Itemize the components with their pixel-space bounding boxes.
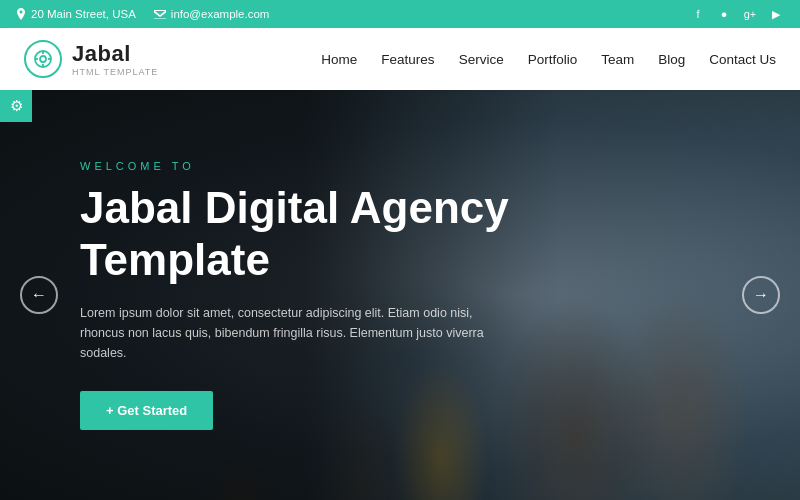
hero-section: WELCOME TO Jabal Digital Agency Template… bbox=[0, 90, 800, 500]
hero-title-line2: Template bbox=[80, 235, 270, 284]
logo-icon bbox=[24, 40, 62, 78]
google-plus-icon[interactable]: g+ bbox=[742, 6, 758, 22]
next-arrow-icon: → bbox=[753, 286, 769, 304]
nav-service[interactable]: Service bbox=[459, 52, 504, 67]
hero-description: Lorem ipsum dolor sit amet, consectetur … bbox=[80, 303, 500, 363]
facebook-icon[interactable]: f bbox=[690, 6, 706, 22]
logo-text: Jabal HTML Template bbox=[72, 41, 158, 77]
logo-name: Jabal bbox=[72, 41, 158, 67]
top-bar-right: f ● g+ ▶ bbox=[690, 6, 784, 22]
main-nav: Home Features Service Portfolio Team Blo… bbox=[321, 52, 776, 67]
youtube-icon[interactable]: ▶ bbox=[768, 6, 784, 22]
settings-button[interactable]: ⚙ bbox=[0, 90, 32, 122]
top-bar: 20 Main Street, USA info@example.com f ●… bbox=[0, 0, 800, 28]
hero-title: Jabal Digital Agency Template bbox=[80, 182, 560, 286]
settings-icon: ⚙ bbox=[10, 97, 23, 115]
email-item: info@example.com bbox=[154, 8, 270, 20]
top-bar-left: 20 Main Street, USA info@example.com bbox=[16, 8, 269, 20]
welcome-label: WELCOME TO bbox=[80, 160, 720, 172]
prev-arrow-icon: ← bbox=[31, 286, 47, 304]
next-arrow-button[interactable]: → bbox=[742, 276, 780, 314]
address-text: 20 Main Street, USA bbox=[31, 8, 136, 20]
address-item: 20 Main Street, USA bbox=[16, 8, 136, 20]
svg-point-1 bbox=[40, 56, 46, 62]
hero-title-line1: Jabal Digital Agency bbox=[80, 183, 509, 232]
nav-home[interactable]: Home bbox=[321, 52, 357, 67]
location-icon bbox=[16, 8, 26, 20]
nav-team[interactable]: Team bbox=[601, 52, 634, 67]
nav-features[interactable]: Features bbox=[381, 52, 434, 67]
nav-blog[interactable]: Blog bbox=[658, 52, 685, 67]
nav-portfolio[interactable]: Portfolio bbox=[528, 52, 578, 67]
logo: Jabal HTML Template bbox=[24, 40, 158, 78]
hero-content: WELCOME TO Jabal Digital Agency Template… bbox=[0, 90, 800, 500]
nav-contact[interactable]: Contact Us bbox=[709, 52, 776, 67]
header: Jabal HTML Template Home Features Servic… bbox=[0, 28, 800, 90]
email-text: info@example.com bbox=[171, 8, 270, 20]
prev-arrow-button[interactable]: ← bbox=[20, 276, 58, 314]
instagram-icon[interactable]: ● bbox=[716, 6, 732, 22]
logo-subtitle: HTML Template bbox=[72, 67, 158, 77]
get-started-button[interactable]: + Get Started bbox=[80, 391, 213, 430]
email-icon bbox=[154, 10, 166, 19]
